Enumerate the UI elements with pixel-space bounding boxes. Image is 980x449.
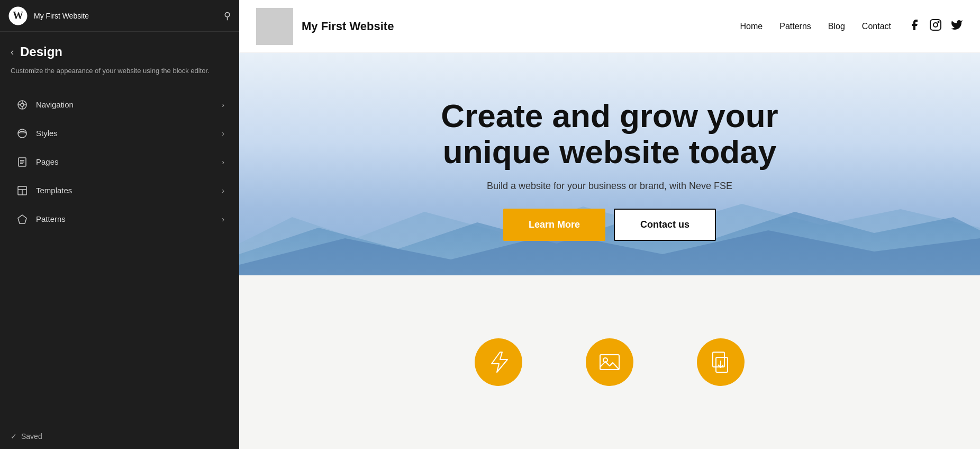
svg-rect-23 <box>600 355 619 370</box>
hero-buttons: Learn More Contact us <box>503 209 716 241</box>
feature-download <box>697 338 745 386</box>
search-icon[interactable]: ⚲ <box>224 10 231 22</box>
templates-icon <box>15 183 30 198</box>
main-content: My First Website Home Patterns Blog Cont… <box>239 0 980 449</box>
templates-label: Templates <box>36 186 222 195</box>
saved-checkmark: ✓ <box>11 432 17 441</box>
sidebar-content: ‹ Design Customize the appearance of you… <box>0 32 239 424</box>
nav-link-blog[interactable]: Blog <box>828 22 845 31</box>
wordpress-logo[interactable]: W <box>8 6 28 25</box>
svg-point-18 <box>933 23 938 27</box>
svg-point-19 <box>938 21 939 22</box>
navigation-chevron: › <box>222 101 224 109</box>
lightning-icon <box>486 350 511 374</box>
contact-us-button[interactable]: Contact us <box>614 209 716 241</box>
image-icon <box>597 350 622 374</box>
hero-title: Create and grow your unique website toda… <box>398 98 821 170</box>
sidebar-header: ‹ Design <box>11 44 229 59</box>
navigation-icon <box>15 97 30 112</box>
feature-lightning <box>475 338 522 386</box>
back-button[interactable]: ‹ <box>11 47 14 58</box>
site-logo <box>256 8 293 45</box>
templates-chevron: › <box>222 186 224 195</box>
sidebar-item-patterns[interactable]: Patterns › <box>11 205 229 233</box>
nav-link-home[interactable]: Home <box>740 22 763 31</box>
sidebar: W My First Website ⚲ ‹ Design Customize … <box>0 0 239 449</box>
sidebar-item-pages[interactable]: Pages › <box>11 148 229 176</box>
pages-chevron: › <box>222 158 224 166</box>
sidebar-description: Customize the appearance of your website… <box>11 66 229 76</box>
learn-more-button[interactable]: Learn More <box>503 209 605 241</box>
sidebar-design-title: Design <box>20 44 62 59</box>
saved-label: Saved <box>21 432 42 441</box>
facebook-icon[interactable] <box>908 19 921 34</box>
styles-label: Styles <box>36 129 222 138</box>
svg-text:W: W <box>13 10 23 21</box>
features-section <box>239 275 980 449</box>
hero-section: Create and grow your unique website toda… <box>239 53 980 275</box>
sidebar-footer: ✓ Saved <box>0 424 239 449</box>
navigation-label: Navigation <box>36 100 222 109</box>
nav-link-patterns[interactable]: Patterns <box>779 22 811 31</box>
styles-icon <box>15 126 30 141</box>
nav-link-contact[interactable]: Contact <box>862 22 891 31</box>
site-header: My First Website Home Patterns Blog Cont… <box>239 0 980 53</box>
site-name: My First Website <box>302 20 394 33</box>
styles-chevron: › <box>222 129 224 138</box>
patterns-label: Patterns <box>36 214 222 223</box>
sidebar-item-styles[interactable]: Styles › <box>11 120 229 147</box>
patterns-chevron: › <box>222 215 224 223</box>
topbar-site-title: My First Website <box>34 12 224 20</box>
pages-icon <box>15 155 30 169</box>
twitter-icon[interactable] <box>950 19 963 34</box>
social-icons <box>908 19 963 34</box>
sidebar-menu: Navigation › Styles › <box>11 91 229 411</box>
pages-label: Pages <box>36 157 222 166</box>
svg-marker-16 <box>18 215 26 223</box>
instagram-icon[interactable] <box>929 19 942 34</box>
svg-point-3 <box>21 103 24 106</box>
download-icon <box>709 350 733 374</box>
svg-rect-17 <box>930 20 941 30</box>
sidebar-item-templates[interactable]: Templates › <box>11 177 229 204</box>
sidebar-item-navigation[interactable]: Navigation › <box>11 91 229 119</box>
patterns-icon <box>15 212 30 227</box>
feature-image <box>586 338 633 386</box>
hero-subtitle: Build a website for your business or bra… <box>487 181 732 192</box>
sidebar-topbar: W My First Website ⚲ <box>0 0 239 32</box>
site-nav: Home Patterns Blog Contact <box>740 22 891 31</box>
svg-rect-26 <box>716 357 728 372</box>
